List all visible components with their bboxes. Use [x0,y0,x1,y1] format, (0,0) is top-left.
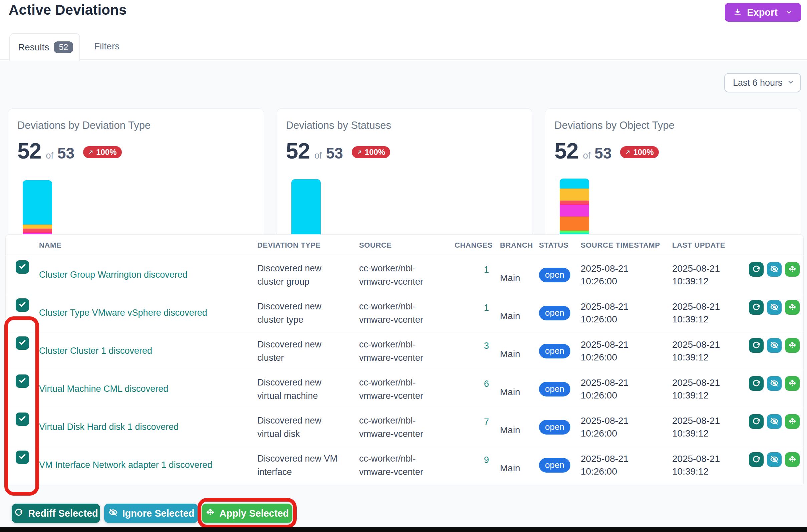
changes-link[interactable]: 7 [484,417,489,427]
deviation-name-link[interactable]: Cluster Group Warrington discovered [39,270,188,280]
deviation-type-cell: Discovered new virtual disk [257,414,341,440]
stat-of-label: of [46,151,53,161]
status-badge: open [539,268,570,282]
ignore-eye-off-icon [770,302,779,313]
changes-link[interactable]: 1 [484,265,489,275]
row-checkbox[interactable] [16,413,29,426]
apply-selected-button[interactable]: Apply Selected [201,504,292,523]
ignore-eye-off-icon [770,417,779,427]
row-checkbox[interactable] [16,298,29,312]
apply-move-arrows-icon [788,417,797,427]
apply-row-button[interactable] [785,338,800,353]
status-badge: open [539,344,570,358]
status-badge: open [539,306,570,320]
arrow-up-right-icon [357,148,362,157]
last-update-cell: 2025-08-21 10:39:12 [672,377,730,402]
column-header-source-timestamp: SOURCE TIMESTAMP [581,241,672,250]
apply-row-button[interactable] [785,262,800,277]
rediff-row-button[interactable] [749,262,764,277]
chevron-down-icon [786,9,792,16]
check-icon [18,262,27,272]
column-header-status: STATUS [533,241,581,250]
time-range-select[interactable]: Last 6 hours [724,73,801,92]
apply-move-arrows-icon [788,302,797,313]
changes-link[interactable]: 1 [484,303,489,313]
stat-count: 52 [17,138,41,164]
apply-row-button[interactable] [785,414,800,429]
stat-of-label: of [583,151,591,161]
deviation-type-cell: Discovered new cluster group [257,262,341,288]
deviation-name-link[interactable]: Cluster Type VMware vSphere discovered [39,308,207,318]
stat-count: 52 [286,138,310,164]
rediff-circular-arrow-icon [752,340,761,351]
deviation-name-link[interactable]: Cluster Cluster 1 discovered [39,346,152,356]
source-cell: cc-worker/nbl-vmware-vcenter [359,262,443,288]
export-button[interactable]: Export [725,3,801,22]
rediff-selected-button[interactable]: Rediff Selected [12,504,100,523]
bar-segment [560,201,589,204]
bar-segment [560,216,589,231]
stat-count: 52 [554,138,578,164]
ignore-row-button[interactable] [767,262,782,277]
ignore-eye-off-icon [770,340,779,351]
check-icon [18,376,27,386]
changes-link[interactable]: 6 [484,379,489,389]
tab-results[interactable]: Results 52 [9,33,80,61]
row-checkbox[interactable] [16,260,29,274]
source-cell: cc-worker/nbl-vmware-vcenter [359,338,443,364]
column-header-changes: CHANGES [455,241,489,250]
rediff-row-button[interactable] [749,300,764,315]
rediff-circular-arrow-icon [752,417,761,427]
apply-move-arrows-icon [205,507,215,520]
rediff-row-button[interactable] [749,452,764,467]
deviation-name-link[interactable]: VM Interface Network adapter 1 discovere… [39,460,212,470]
ignore-row-button[interactable] [767,338,782,353]
table-row: VM Interface Network adapter 1 discovere… [6,446,803,484]
apply-row-button[interactable] [785,300,800,315]
ignore-row-button[interactable] [767,300,782,315]
card-stats: 52 of 53 100% [554,138,659,164]
row-checkbox[interactable] [16,375,29,388]
row-checkbox[interactable] [16,451,29,464]
ignore-eye-off-icon [108,507,118,520]
last-update-cell: 2025-08-21 10:39:12 [672,415,730,440]
rediff-circular-arrow-icon [752,455,761,465]
bar-segment [560,205,589,216]
rediff-row-button[interactable] [749,414,764,429]
source-timestamp-cell: 2025-08-21 10:26:00 [581,300,638,326]
changes-link[interactable]: 3 [484,341,489,351]
source-cell: cc-worker/nbl-vmware-vcenter [359,300,443,326]
stat-of-label: of [314,151,322,161]
changes-link[interactable]: 9 [484,455,489,465]
rediff-row-button[interactable] [749,338,764,353]
table-row: Cluster Cluster 1 discovered Discovered … [6,332,803,370]
card-stats: 52 of 53 100% [286,138,390,164]
ignore-row-button[interactable] [767,452,782,467]
tab-filters-label: Filters [94,41,119,52]
arrow-up-right-icon [88,148,94,157]
trend-badge: 100% [83,146,121,158]
ignore-selected-button[interactable]: Ignore Selected [104,504,198,523]
rediff-selected-label: Rediff Selected [28,508,98,519]
ignore-row-button[interactable] [767,414,782,429]
deviation-type-cell: Discovered new virtual machine [257,376,341,402]
tab-results-label: Results [18,42,49,53]
rediff-circular-arrow-icon [14,507,24,520]
chevron-down-icon [787,78,794,88]
tab-filters[interactable]: Filters [88,33,126,60]
status-badge: open [539,382,570,397]
deviation-name-link[interactable]: Virtual Machine CML discovered [39,384,168,394]
apply-row-button[interactable] [785,452,800,467]
arrow-up-right-icon [625,148,631,157]
deviation-name-link[interactable]: Virtual Disk Hard disk 1 discovered [39,422,178,432]
row-checkbox[interactable] [16,337,29,350]
stat-total: 53 [594,144,611,162]
table-row: Virtual Disk Hard disk 1 discovered Disc… [6,408,803,446]
ignore-row-button[interactable] [767,376,782,391]
check-icon [18,452,27,462]
card-title: Deviations by Deviation Type [17,119,151,132]
rediff-row-button[interactable] [749,376,764,391]
apply-row-button[interactable] [785,376,800,391]
ignore-eye-off-icon [770,379,779,389]
apply-move-arrows-icon [788,264,797,275]
